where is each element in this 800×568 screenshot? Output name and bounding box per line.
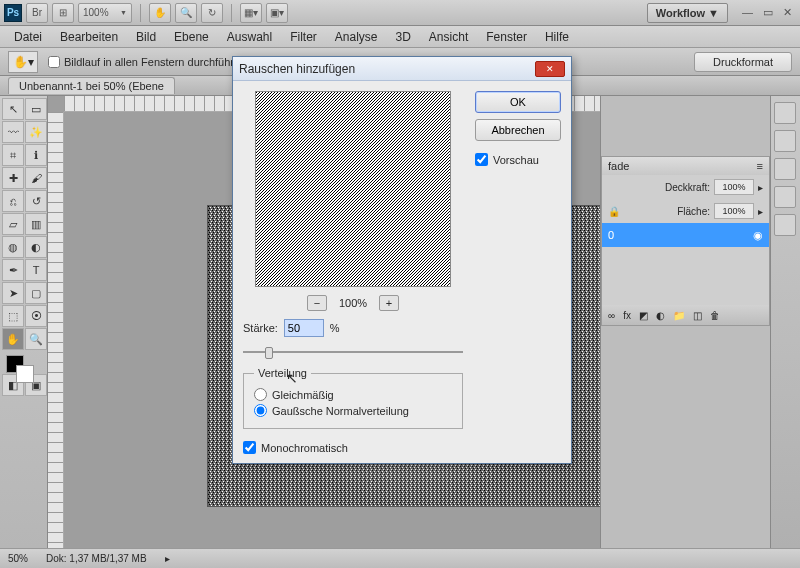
marquee-tool[interactable]: ▭: [25, 98, 47, 120]
hand-tool[interactable]: ✋: [2, 328, 24, 350]
heal-tool[interactable]: ✚: [2, 167, 24, 189]
lasso-tool[interactable]: 〰: [2, 121, 24, 143]
new-layer-button[interactable]: ◫: [693, 310, 702, 321]
menu-view[interactable]: Ansicht: [429, 30, 468, 44]
menu-edit[interactable]: Bearbeiten: [60, 30, 118, 44]
preview-checkbox[interactable]: [475, 153, 488, 166]
layer-fx-button[interactable]: fx: [623, 310, 631, 321]
stamp-tool[interactable]: ⎌: [2, 190, 24, 212]
wand-tool[interactable]: ✨: [25, 121, 47, 143]
monochromatic-option[interactable]: Monochromatisch: [243, 441, 463, 454]
bridge-button[interactable]: Br: [26, 3, 48, 23]
noise-preview[interactable]: [255, 91, 451, 287]
preview-zoom-in-button[interactable]: +: [379, 295, 399, 311]
minimize-button[interactable]: —: [738, 6, 757, 19]
crop-tool[interactable]: ⌗: [2, 144, 24, 166]
link-layers-icon[interactable]: ∞: [608, 310, 615, 321]
menu-bar: Datei Bearbeiten Bild Ebene Auswahl Filt…: [0, 26, 800, 48]
styles-panel-icon[interactable]: [774, 158, 796, 180]
adjustments-panel-icon[interactable]: [774, 186, 796, 208]
workspace-switcher[interactable]: Workflow ▼: [647, 3, 728, 23]
app-top-toolbar: Ps Br ⊞ 100% ✋ 🔍 ↻ ▦▾ ▣▾ Workflow ▼ — ▭ …: [0, 0, 800, 26]
layer-mask-button[interactable]: ◩: [639, 310, 648, 321]
strength-slider[interactable]: [243, 345, 463, 359]
add-noise-dialog: Rauschen hinzufügen ✕ − 100% + Stärke: %…: [232, 56, 572, 464]
gradient-tool[interactable]: ▥: [25, 213, 47, 235]
close-button[interactable]: ✕: [779, 6, 796, 19]
fill-value[interactable]: 100%: [714, 203, 754, 219]
menu-filter[interactable]: Filter: [290, 30, 317, 44]
blur-tool[interactable]: ◍: [2, 236, 24, 258]
menu-window[interactable]: Fenster: [486, 30, 527, 44]
folder-button[interactable]: 📁: [673, 310, 685, 321]
distribution-gaussian-option[interactable]: Gaußsche Normalverteilung: [254, 404, 452, 417]
document-tab[interactable]: Unbenannt-1 bei 50% (Ebene: [8, 77, 175, 94]
zoom-level-combo[interactable]: 100%: [78, 3, 132, 23]
path-select-tool[interactable]: ➤: [2, 282, 24, 304]
layers-panel-header[interactable]: fade≡: [602, 157, 769, 175]
zoom-tool-box[interactable]: 🔍: [25, 328, 47, 350]
current-tool-swatch[interactable]: ✋▾: [8, 51, 38, 73]
background-color[interactable]: [16, 365, 34, 383]
print-format-button[interactable]: Druckformat: [694, 52, 792, 72]
pen-tool[interactable]: ✒: [2, 259, 24, 281]
arrange-docs-button[interactable]: ▦▾: [240, 3, 262, 23]
strength-unit: %: [330, 322, 340, 334]
monochromatic-label: Monochromatisch: [261, 442, 348, 454]
dialog-close-button[interactable]: ✕: [535, 61, 565, 77]
photoshop-icon: Ps: [4, 4, 22, 22]
uniform-radio[interactable]: [254, 388, 267, 401]
3d-tool[interactable]: ⬚: [2, 305, 24, 327]
status-zoom[interactable]: 50%: [8, 553, 28, 564]
shape-tool[interactable]: ▢: [25, 282, 47, 304]
eyedropper-tool[interactable]: ℹ: [25, 144, 47, 166]
menu-analysis[interactable]: Analyse: [335, 30, 378, 44]
scroll-all-checkbox[interactable]: [48, 56, 60, 68]
layers-panel: fade≡ Deckkraft: 100%▸ 🔒 Fläche: 100%▸ 0…: [601, 156, 770, 326]
delete-layer-button[interactable]: 🗑: [710, 310, 720, 321]
menu-image[interactable]: Bild: [136, 30, 156, 44]
hand-tool-icon[interactable]: ✋: [149, 3, 171, 23]
screen-mode-button[interactable]: ▣▾: [266, 3, 288, 23]
zoom-tool-icon[interactable]: 🔍: [175, 3, 197, 23]
fill-label: Fläche:: [677, 206, 710, 217]
scroll-all-windows-option[interactable]: Bildlauf in allen Fenstern durchführen: [48, 56, 246, 68]
menu-3d[interactable]: 3D: [396, 30, 411, 44]
distribution-uniform-option[interactable]: Gleichmäßig: [254, 388, 452, 401]
layer-row[interactable]: 0 ◉: [602, 223, 769, 247]
menu-layer[interactable]: Ebene: [174, 30, 209, 44]
preview-zoom-level: 100%: [339, 297, 367, 309]
menu-help[interactable]: Hilfe: [545, 30, 569, 44]
history-panel-icon[interactable]: [774, 214, 796, 236]
type-tool[interactable]: T: [25, 259, 47, 281]
rotate-view-icon[interactable]: ↻: [201, 3, 223, 23]
dialog-title-bar[interactable]: Rauschen hinzufügen ✕: [233, 57, 571, 81]
preview-zoom-out-button[interactable]: −: [307, 295, 327, 311]
strength-input[interactable]: [284, 319, 324, 337]
maximize-button[interactable]: ▭: [759, 6, 777, 19]
opacity-value[interactable]: 100%: [714, 179, 754, 195]
gaussian-radio[interactable]: [254, 404, 267, 417]
ok-button[interactable]: OK: [475, 91, 561, 113]
menu-select[interactable]: Auswahl: [227, 30, 272, 44]
preview-toggle[interactable]: Vorschau: [475, 153, 561, 166]
fg-bg-colors[interactable]: [2, 351, 47, 387]
mini-bridge-button[interactable]: ⊞: [52, 3, 74, 23]
layer-fx-icon[interactable]: ◉: [753, 229, 763, 242]
brush-tool[interactable]: 🖌: [25, 167, 47, 189]
3d-camera-tool[interactable]: ⦿: [25, 305, 47, 327]
color-panel-icon[interactable]: [774, 102, 796, 124]
status-menu-arrow[interactable]: ▸: [165, 553, 170, 564]
adjustment-layer-button[interactable]: ◐: [656, 310, 665, 321]
eraser-tool[interactable]: ▱: [2, 213, 24, 235]
lock-icon: 🔒: [608, 206, 620, 217]
history-brush-tool[interactable]: ↺: [25, 190, 47, 212]
cancel-button[interactable]: Abbrechen: [475, 119, 561, 141]
swatches-panel-icon[interactable]: [774, 130, 796, 152]
move-tool[interactable]: ↖: [2, 98, 24, 120]
scroll-all-label: Bildlauf in allen Fenstern durchführen: [64, 56, 246, 68]
dodge-tool[interactable]: ◐: [25, 236, 47, 258]
menu-file[interactable]: Datei: [14, 30, 42, 44]
monochromatic-checkbox[interactable]: [243, 441, 256, 454]
status-docsize: Dok: 1,37 MB/1,37 MB: [46, 553, 147, 564]
